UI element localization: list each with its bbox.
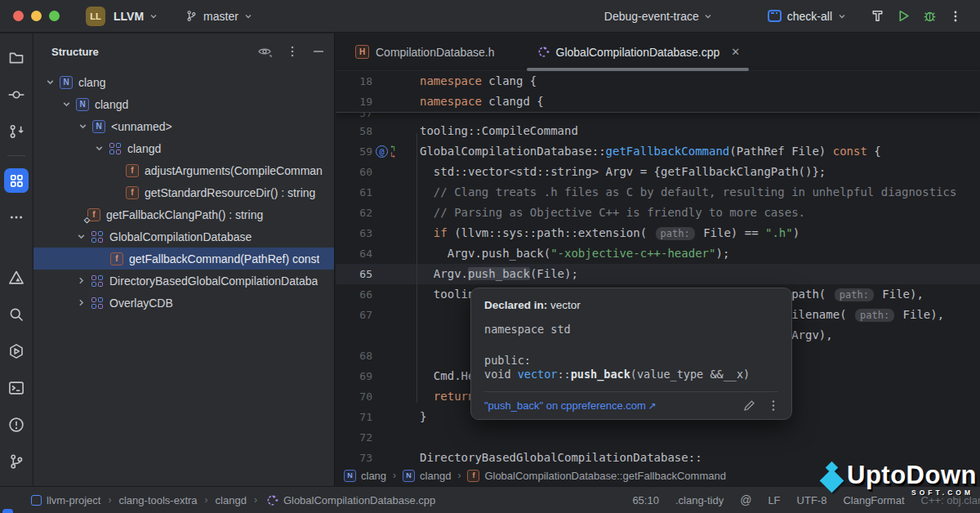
run-configuration-selector[interactable]: Debug-event-trace bbox=[604, 10, 712, 23]
gutter bbox=[372, 113, 420, 121]
cppreference-link[interactable]: "push_back" on cppreference.com↗ bbox=[484, 399, 657, 412]
tree-item-label: adjustArguments(CompileComman bbox=[145, 164, 323, 177]
code-line[interactable]: 59@↰↳GlobalCompilationDatabase::getFallb… bbox=[336, 141, 980, 162]
function-icon: f bbox=[467, 470, 479, 482]
more-icon[interactable] bbox=[4, 205, 29, 230]
more-icon[interactable] bbox=[942, 5, 969, 28]
tree-item[interactable]: fgetStandardResourceDir() : string bbox=[33, 181, 334, 203]
chevron-right-icon[interactable] bbox=[71, 298, 91, 307]
problems-icon[interactable] bbox=[4, 413, 29, 437]
code-line[interactable]: 63 if (llvm::sys::path::extension( path:… bbox=[336, 223, 980, 243]
tree-item[interactable]: GlobalCompilationDatabase bbox=[33, 225, 334, 248]
status-widget[interactable]: LF bbox=[768, 494, 780, 506]
status-path-label: clangd bbox=[216, 494, 247, 506]
tree-item[interactable]: f◇getFallbackClangPath() : string bbox=[33, 203, 334, 225]
edit-icon[interactable] bbox=[743, 399, 755, 412]
tree-item[interactable]: Nclang bbox=[33, 71, 334, 93]
tree-item[interactable]: clangd bbox=[33, 137, 334, 159]
folder-icon[interactable] bbox=[4, 46, 29, 70]
kebab-icon[interactable] bbox=[768, 399, 778, 412]
breadcrumb-separator: › bbox=[457, 470, 461, 481]
breadcrumb-item[interactable]: fGlobalCompilationDatabase::getFallbackC… bbox=[467, 470, 726, 482]
build-target-selector[interactable]: check-all bbox=[768, 10, 846, 23]
zoom-window-button[interactable] bbox=[49, 11, 60, 21]
inspections-icon[interactable] bbox=[4, 265, 29, 290]
status-widget[interactable]: 65:10 bbox=[632, 494, 659, 506]
chevron-down-icon[interactable] bbox=[73, 122, 92, 131]
tree-item[interactable]: N<unnamed> bbox=[33, 115, 334, 137]
status-path-item[interactable]: clangd bbox=[216, 494, 247, 506]
commit-icon[interactable] bbox=[4, 83, 29, 107]
build-icon[interactable] bbox=[864, 5, 890, 28]
tree-item-label: clangd bbox=[95, 98, 128, 111]
close-window-button[interactable] bbox=[13, 11, 24, 21]
tree-item[interactable]: OverlayCDB bbox=[33, 292, 334, 314]
run-icon[interactable] bbox=[890, 5, 916, 28]
uptodown-watermark: UptoDown SOFT.COM bbox=[816, 462, 977, 497]
chevron-down-icon[interactable] bbox=[89, 144, 109, 153]
code-line-active[interactable]: 65 Argv.push_back(File); bbox=[336, 264, 980, 284]
documentation-popup: Declared in: vector namespace std public… bbox=[470, 288, 792, 420]
editor-tab[interactable]: GlobalCompilationDatabase.cpp✕ bbox=[524, 33, 752, 70]
code-text: std::vector<std::string> Argv = {getFall… bbox=[420, 162, 826, 182]
tool-window-rail bbox=[0, 33, 33, 486]
status-path-item[interactable]: clang-tools-extra bbox=[118, 494, 197, 506]
line-number: 71 bbox=[336, 407, 372, 427]
tree-item[interactable]: DirectoryBasedGlobalCompilationDataba bbox=[33, 270, 334, 292]
at-icon[interactable]: @ bbox=[740, 493, 751, 506]
status-widget[interactable]: .clang-tidy bbox=[675, 494, 724, 506]
breadcrumb-item[interactable]: Nclangd bbox=[403, 470, 451, 482]
code-line[interactable]: 72 bbox=[336, 427, 980, 448]
tree-item[interactable]: fadjustArguments(CompileComman bbox=[33, 159, 334, 181]
override-marker-icon[interactable]: @ bbox=[376, 145, 388, 158]
code-line[interactable]: 61 // Clang treats .h files as C by defa… bbox=[336, 182, 980, 203]
chevron-down-icon[interactable] bbox=[40, 78, 60, 87]
tab-label: GlobalCompilationDatabase.cpp bbox=[556, 46, 720, 59]
structure-tree: NclangNclangdN<unnamed>clangdfadjustArgu… bbox=[33, 69, 334, 314]
branch-selector[interactable]: master bbox=[185, 10, 252, 23]
status-path-item[interactable]: llvm-project bbox=[31, 494, 100, 506]
kebab-icon[interactable] bbox=[287, 45, 298, 58]
debug-icon[interactable] bbox=[916, 5, 942, 28]
line-number: 61 bbox=[336, 182, 372, 203]
chevron-down-icon bbox=[704, 12, 712, 20]
hide-panel-icon[interactable] bbox=[313, 46, 324, 57]
tab-label: CompilationDatabase.h bbox=[376, 46, 495, 59]
code-line[interactable]: 62 // Parsing as Objective C++ is friend… bbox=[336, 203, 980, 223]
chevron-down-icon[interactable] bbox=[56, 100, 76, 109]
code-text: // Clang treats .h files as C by default… bbox=[420, 182, 956, 203]
chevron-right-icon[interactable] bbox=[71, 276, 91, 285]
namespace-icon: N bbox=[92, 120, 105, 133]
tree-item[interactable]: Nclangd bbox=[33, 93, 334, 115]
vcs-update-icon[interactable] bbox=[4, 119, 29, 144]
line-number: 72 bbox=[336, 427, 372, 448]
run-anything-icon[interactable] bbox=[4, 339, 29, 364]
code-line[interactable]: 60 std::vector<std::string> Argv = {getF… bbox=[336, 162, 980, 182]
line-number: 63 bbox=[336, 223, 372, 243]
terminal-icon[interactable] bbox=[4, 376, 29, 400]
status-path-item[interactable]: GlobalCompilationDatabase.cpp bbox=[265, 493, 435, 507]
project-selector[interactable]: LLVM bbox=[114, 10, 158, 23]
class-icon bbox=[91, 274, 104, 288]
tree-item[interactable]: fgetFallbackCommand(PathRef) const bbox=[33, 248, 334, 270]
search-icon[interactable] bbox=[4, 302, 29, 327]
navigation-arrows-icon[interactable]: ↰↳ bbox=[390, 145, 395, 158]
breadcrumb-item[interactable]: Nclang bbox=[344, 470, 386, 482]
git-branch-icon[interactable] bbox=[4, 449, 29, 474]
function-icon: f bbox=[126, 164, 139, 177]
module-icon bbox=[31, 495, 42, 506]
status-path-label: clang-tools-extra bbox=[118, 494, 197, 506]
code-line[interactable]: 19namespace clangd { bbox=[336, 91, 980, 112]
cpp-file-icon bbox=[265, 493, 278, 507]
minimize-window-button[interactable] bbox=[31, 11, 42, 21]
structure-icon[interactable] bbox=[4, 168, 29, 193]
code-line[interactable]: 18namespace clang { bbox=[336, 71, 980, 91]
code-line[interactable]: 58tooling::CompileCommand bbox=[336, 121, 980, 141]
close-icon[interactable]: ✕ bbox=[731, 46, 740, 58]
chevron-down-icon[interactable] bbox=[71, 232, 91, 241]
code-line[interactable]: 64 Argv.push_back("-xobjective-c++-heade… bbox=[336, 243, 980, 264]
function-icon: f bbox=[110, 252, 123, 265]
code-line[interactable]: 57 bbox=[336, 113, 980, 121]
eye-icon[interactable] bbox=[257, 44, 272, 59]
editor-tab[interactable]: HCompilationDatabase.h bbox=[344, 33, 506, 70]
